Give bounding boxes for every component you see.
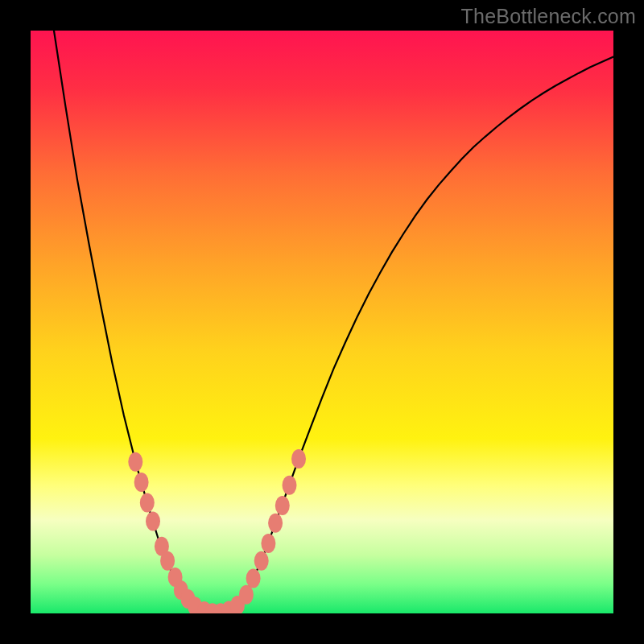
curve-marker [261,534,275,553]
curve-marker [134,473,149,492]
curve-marker [291,449,306,469]
curve-marker [146,512,160,531]
curve-marker [246,569,261,588]
curve-marker [239,585,254,605]
curve-marker [128,452,142,472]
curve-marker [140,493,155,512]
watermark-text: TheBottleneck.com [461,5,636,28]
curve-marker [268,514,283,533]
curve-marker [275,496,290,515]
plot-background [31,31,613,613]
curve-marker [160,551,175,571]
curve-marker [254,551,269,571]
chart-frame: TheBottleneck.com [0,0,644,644]
curve-marker [283,476,297,495]
chart-plot [31,31,613,613]
